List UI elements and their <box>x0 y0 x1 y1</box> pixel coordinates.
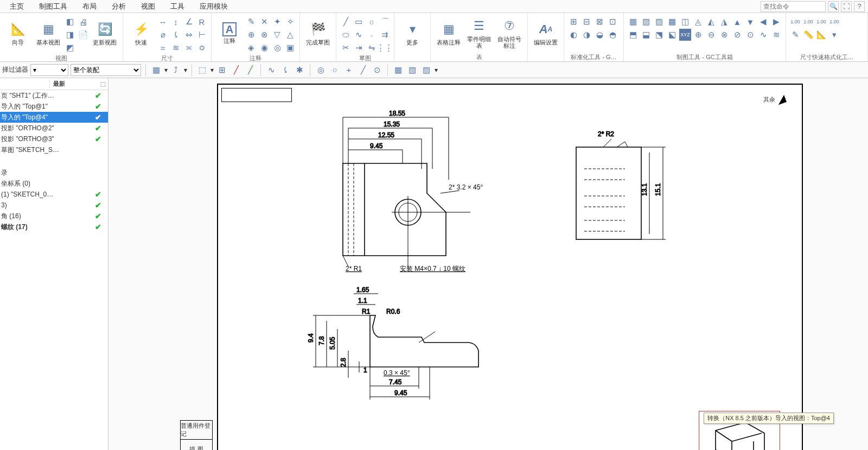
auto-balloon-button[interactable]: ⑦自动符号标注 <box>495 14 524 52</box>
tb-9[interactable]: ✱ <box>293 64 305 76</box>
gc-23[interactable]: ∿ <box>757 29 769 41</box>
gc-22[interactable]: ⊙ <box>744 29 756 41</box>
gc-4[interactable]: ▩ <box>666 16 678 28</box>
tb-11[interactable]: ○ <box>329 64 341 76</box>
ico-4[interactable]: 🖨 <box>77 16 89 28</box>
an-1[interactable]: ✎ <box>245 16 257 28</box>
dim-ang[interactable]: ∠ <box>183 16 195 28</box>
tree-row[interactable]: (1) "SKETCH_0…✔ <box>0 189 108 200</box>
std-8[interactable]: ◓ <box>607 29 618 41</box>
dim-dia[interactable]: ⌀ <box>157 29 169 41</box>
std-6[interactable]: ◑ <box>580 29 592 41</box>
fmt-2[interactable]: 1.00 <box>802 16 814 28</box>
sk-pat[interactable]: ⋮⋮ <box>379 42 391 54</box>
tb-8[interactable]: ⤹ <box>279 64 291 76</box>
gc-1[interactable]: ▦ <box>627 16 639 28</box>
an-2[interactable]: ✕ <box>258 16 270 28</box>
gc-12[interactable]: ▶ <box>770 16 782 28</box>
search-icon[interactable]: 🔍 <box>828 1 839 12</box>
tree-row[interactable]: 草图 "SKETCH_S… <box>0 144 108 155</box>
fmt-7[interactable]: 📐 <box>815 29 827 41</box>
dim-chain[interactable]: ⇔ <box>183 29 195 41</box>
dim-a[interactable]: ≈ <box>157 42 169 54</box>
gc-16[interactable]: ⬕ <box>666 29 678 41</box>
tb-13[interactable]: ╱ <box>357 64 369 76</box>
dim-v[interactable]: ↕ <box>170 16 182 28</box>
tree-row[interactable]: 投影 "ORTHO@2"✔ <box>0 123 108 134</box>
gc-14[interactable]: ⬓ <box>640 29 652 41</box>
tb-3[interactable]: ⬚ <box>196 64 208 76</box>
tree-row[interactable]: 螺纹 (17)✔ <box>0 221 108 232</box>
tb-7[interactable]: ∿ <box>265 64 277 76</box>
menu-layout[interactable]: 布局 <box>75 0 104 13</box>
tree-row[interactable]: 坐标系 (0) <box>0 178 108 189</box>
drawing-canvas[interactable]: 其余 18.55 15.35 12.55 9.45 <box>108 78 868 450</box>
std-1[interactable]: ⊞ <box>567 16 579 28</box>
tb-1[interactable]: ▦ <box>150 64 162 76</box>
dim-ord[interactable]: ⊢ <box>196 29 208 41</box>
sk-rect[interactable]: ▭ <box>353 16 365 28</box>
gc-21[interactable]: ⊘ <box>731 29 743 41</box>
dim-h[interactable]: ↔ <box>157 16 169 28</box>
dim-d[interactable]: ≎ <box>196 42 208 54</box>
sk-circ[interactable]: ○ <box>366 16 378 28</box>
fullscreen-icon[interactable]: ⛶ <box>841 1 852 12</box>
dim-arc[interactable]: ⤹ <box>170 29 182 41</box>
an-4[interactable]: ✧ <box>284 16 296 28</box>
an-3[interactable]: ✦ <box>271 16 283 28</box>
sk-ext[interactable]: ⇥ <box>353 42 365 54</box>
new-guide-button[interactable]: 📐向导 <box>3 14 33 52</box>
dim-rad[interactable]: R <box>196 16 208 28</box>
gc-15[interactable]: ⬔ <box>653 29 665 41</box>
tb-16[interactable]: ▧ <box>406 64 418 76</box>
gc-19[interactable]: ⊖ <box>705 29 717 41</box>
sk-pt[interactable]: · <box>366 29 378 41</box>
quick-dim-button[interactable]: ⚡快速 <box>126 14 156 52</box>
menu-view[interactable]: 视图 <box>133 0 163 13</box>
fmt-1[interactable]: 1.00 <box>789 16 801 28</box>
sk-off[interactable]: ⇉ <box>379 29 391 41</box>
tree-row[interactable]: 3)✔ <box>0 200 108 211</box>
tree-row[interactable]: 导入的 "Top@4"✔ <box>0 112 108 123</box>
tb-4[interactable]: ⊞ <box>216 64 228 76</box>
an-8[interactable]: △ <box>284 29 296 41</box>
an-9[interactable]: ◈ <box>245 42 257 54</box>
sk-spl[interactable]: ∿ <box>353 29 365 41</box>
fmt-3[interactable]: 1.00 <box>815 16 827 28</box>
gc-8[interactable]: ◮ <box>718 16 730 28</box>
ico-5[interactable]: 📄 <box>77 29 89 41</box>
ico-1[interactable]: ◧ <box>64 16 76 28</box>
fmt-8[interactable]: ▾ <box>828 29 840 41</box>
tb-15[interactable]: ▦ <box>392 64 404 76</box>
edit-settings-button[interactable]: AA编辑设置 <box>531 14 560 52</box>
menu-drawing-tools[interactable]: 制图工具 <box>31 0 75 13</box>
sk-arc[interactable]: ⌒ <box>379 16 391 28</box>
tb-10[interactable]: ◎ <box>315 64 327 76</box>
ico-2[interactable]: ◨ <box>64 29 76 41</box>
tb-17[interactable]: ▨ <box>420 64 432 76</box>
help-icon[interactable]: ? <box>854 1 865 12</box>
sk-ell[interactable]: ⬭ <box>340 29 352 41</box>
gc-10[interactable]: ▼ <box>744 16 756 28</box>
std-7[interactable]: ◒ <box>593 29 605 41</box>
an-7[interactable]: ▽ <box>271 29 283 41</box>
std-4[interactable]: ⊡ <box>607 16 618 28</box>
gc-20[interactable]: ⊗ <box>718 29 730 41</box>
gc-13[interactable]: ⬒ <box>627 29 639 41</box>
tree-row[interactable]: 页 "SHT1" (工作…✔ <box>0 90 108 101</box>
dim-c[interactable]: ≍ <box>183 42 195 54</box>
search-input[interactable] <box>761 1 826 12</box>
an-5[interactable]: ⊕ <box>245 29 257 41</box>
more-button[interactable]: ▾更多 <box>398 14 427 52</box>
assembly-scope-dropdown[interactable]: 整个装配 <box>71 64 141 76</box>
tb-2[interactable]: ⤴ <box>170 64 182 76</box>
dim-b[interactable]: ≋ <box>170 42 182 54</box>
table-annot-button[interactable]: ▦表格注释 <box>434 14 463 52</box>
sk-line[interactable]: ╱ <box>340 16 352 28</box>
an-6[interactable]: ⊗ <box>258 29 270 41</box>
sk-mir[interactable]: ⇋ <box>366 42 378 54</box>
parts-list-button[interactable]: ☰零件明细表 <box>464 14 494 52</box>
an-12[interactable]: ▣ <box>284 42 296 54</box>
gc-2[interactable]: ▧ <box>640 16 652 28</box>
menu-tools[interactable]: 工具 <box>163 0 192 13</box>
